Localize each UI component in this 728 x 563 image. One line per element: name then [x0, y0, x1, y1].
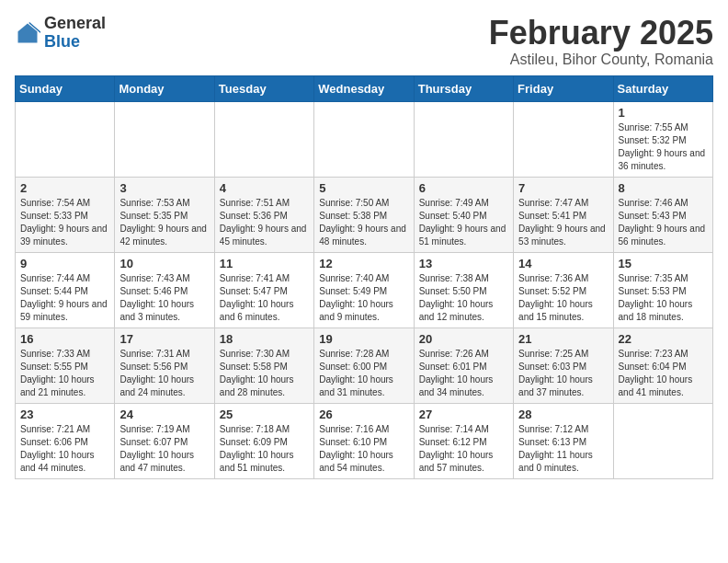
- calendar-table: SundayMondayTuesdayWednesdayThursdayFrid…: [15, 75, 713, 479]
- day-info: Sunrise: 7:21 AM Sunset: 6:06 PM Dayligh…: [20, 423, 109, 475]
- calendar-cell: 13Sunrise: 7:38 AM Sunset: 5:50 PM Dayli…: [414, 252, 513, 327]
- calendar-week-row: 16Sunrise: 7:33 AM Sunset: 5:55 PM Dayli…: [16, 327, 713, 403]
- day-info: Sunrise: 7:50 AM Sunset: 5:38 PM Dayligh…: [319, 197, 408, 248]
- calendar-cell: 18Sunrise: 7:30 AM Sunset: 5:58 PM Dayli…: [214, 327, 313, 403]
- calendar-cell: 25Sunrise: 7:18 AM Sunset: 6:09 PM Dayli…: [214, 403, 313, 478]
- day-info: Sunrise: 7:55 AM Sunset: 5:32 PM Dayligh…: [619, 121, 708, 173]
- calendar-cell: 1Sunrise: 7:55 AM Sunset: 5:32 PM Daylig…: [613, 101, 712, 177]
- day-info: Sunrise: 7:44 AM Sunset: 5:44 PM Dayligh…: [20, 272, 109, 324]
- calendar-cell: 4Sunrise: 7:51 AM Sunset: 5:36 PM Daylig…: [214, 177, 313, 252]
- day-number: 27: [419, 408, 508, 421]
- weekday-header-cell: Sunday: [16, 75, 115, 101]
- day-number: 21: [518, 332, 608, 346]
- day-number: 5: [319, 181, 408, 195]
- day-info: Sunrise: 7:31 AM Sunset: 5:56 PM Dayligh…: [119, 348, 209, 399]
- day-info: Sunrise: 7:14 AM Sunset: 6:12 PM Dayligh…: [419, 423, 508, 475]
- day-info: Sunrise: 7:26 AM Sunset: 6:01 PM Dayligh…: [419, 348, 508, 399]
- calendar-cell: 14Sunrise: 7:36 AM Sunset: 5:52 PM Dayli…: [514, 252, 613, 327]
- calendar-body: 1Sunrise: 7:55 AM Sunset: 5:32 PM Daylig…: [16, 101, 713, 478]
- weekday-header-row: SundayMondayTuesdayWednesdayThursdayFrid…: [16, 75, 713, 101]
- calendar-cell: 6Sunrise: 7:49 AM Sunset: 5:40 PM Daylig…: [414, 177, 513, 252]
- day-number: 20: [419, 332, 508, 346]
- calendar-week-row: 2Sunrise: 7:54 AM Sunset: 5:33 PM Daylig…: [16, 177, 713, 252]
- location-title: Astileu, Bihor County, Romania: [489, 52, 713, 68]
- calendar-cell: 11Sunrise: 7:41 AM Sunset: 5:47 PM Dayli…: [214, 252, 313, 327]
- calendar-cell: [115, 101, 214, 177]
- day-number: 17: [119, 332, 209, 346]
- calendar-cell: 24Sunrise: 7:19 AM Sunset: 6:07 PM Dayli…: [115, 403, 214, 478]
- day-info: Sunrise: 7:40 AM Sunset: 5:49 PM Dayligh…: [319, 272, 408, 324]
- day-info: Sunrise: 7:43 AM Sunset: 5:46 PM Dayligh…: [119, 272, 209, 324]
- day-number: 19: [319, 332, 408, 346]
- day-number: 10: [119, 257, 209, 270]
- logo-icon: [15, 20, 40, 46]
- calendar-cell: [214, 101, 313, 177]
- calendar-week-row: 9Sunrise: 7:44 AM Sunset: 5:44 PM Daylig…: [16, 252, 713, 327]
- weekday-header-cell: Friday: [514, 75, 613, 101]
- calendar-cell: 9Sunrise: 7:44 AM Sunset: 5:44 PM Daylig…: [16, 252, 115, 327]
- day-number: 13: [419, 257, 508, 270]
- weekday-header-cell: Monday: [115, 75, 214, 101]
- day-number: 1: [619, 106, 708, 120]
- calendar-cell: [16, 101, 115, 177]
- day-number: 18: [220, 332, 309, 346]
- logo: General Blue: [15, 15, 106, 52]
- day-number: 14: [518, 257, 608, 270]
- day-info: Sunrise: 7:19 AM Sunset: 6:07 PM Dayligh…: [119, 423, 209, 475]
- day-number: 2: [20, 181, 109, 195]
- calendar-cell: [514, 101, 613, 177]
- day-info: Sunrise: 7:54 AM Sunset: 5:33 PM Dayligh…: [20, 197, 109, 248]
- calendar-week-row: 1Sunrise: 7:55 AM Sunset: 5:32 PM Daylig…: [16, 101, 713, 177]
- calendar-cell: 20Sunrise: 7:26 AM Sunset: 6:01 PM Dayli…: [414, 327, 513, 403]
- weekday-header-cell: Tuesday: [214, 75, 313, 101]
- day-number: 3: [119, 181, 209, 195]
- day-number: 11: [220, 257, 309, 270]
- day-info: Sunrise: 7:18 AM Sunset: 6:09 PM Dayligh…: [220, 423, 309, 475]
- calendar-cell: 2Sunrise: 7:54 AM Sunset: 5:33 PM Daylig…: [16, 177, 115, 252]
- weekday-header-cell: Wednesday: [314, 75, 414, 101]
- calendar-cell: 5Sunrise: 7:50 AM Sunset: 5:38 PM Daylig…: [314, 177, 414, 252]
- day-info: Sunrise: 7:46 AM Sunset: 5:43 PM Dayligh…: [619, 197, 708, 248]
- day-info: Sunrise: 7:38 AM Sunset: 5:50 PM Dayligh…: [419, 272, 508, 324]
- day-number: 7: [518, 181, 608, 195]
- day-info: Sunrise: 7:49 AM Sunset: 5:40 PM Dayligh…: [419, 197, 508, 248]
- day-info: Sunrise: 7:35 AM Sunset: 5:53 PM Dayligh…: [619, 272, 708, 324]
- calendar-cell: 3Sunrise: 7:53 AM Sunset: 5:35 PM Daylig…: [115, 177, 214, 252]
- weekday-header-cell: Saturday: [613, 75, 712, 101]
- day-info: Sunrise: 7:53 AM Sunset: 5:35 PM Dayligh…: [119, 197, 209, 248]
- day-info: Sunrise: 7:51 AM Sunset: 5:36 PM Dayligh…: [220, 197, 309, 248]
- calendar-cell: 22Sunrise: 7:23 AM Sunset: 6:04 PM Dayli…: [613, 327, 712, 403]
- day-info: Sunrise: 7:16 AM Sunset: 6:10 PM Dayligh…: [319, 423, 408, 475]
- logo-text: General Blue: [44, 15, 106, 52]
- day-info: Sunrise: 7:41 AM Sunset: 5:47 PM Dayligh…: [220, 272, 309, 324]
- calendar-cell: [414, 101, 513, 177]
- day-number: 12: [319, 257, 408, 270]
- day-number: 15: [619, 257, 708, 270]
- day-info: Sunrise: 7:33 AM Sunset: 5:55 PM Dayligh…: [20, 348, 109, 399]
- calendar-cell: [314, 101, 414, 177]
- day-info: Sunrise: 7:28 AM Sunset: 6:00 PM Dayligh…: [319, 348, 408, 399]
- day-number: 8: [619, 181, 708, 195]
- calendar-cell: 8Sunrise: 7:46 AM Sunset: 5:43 PM Daylig…: [613, 177, 712, 252]
- calendar-cell: 21Sunrise: 7:25 AM Sunset: 6:03 PM Dayli…: [514, 327, 613, 403]
- calendar-cell: [613, 403, 712, 478]
- day-number: 23: [20, 408, 109, 421]
- header: General Blue February 2025 Astileu, Biho…: [15, 15, 713, 68]
- day-info: Sunrise: 7:23 AM Sunset: 6:04 PM Dayligh…: [619, 348, 708, 399]
- calendar-week-row: 23Sunrise: 7:21 AM Sunset: 6:06 PM Dayli…: [16, 403, 713, 478]
- calendar-cell: 16Sunrise: 7:33 AM Sunset: 5:55 PM Dayli…: [16, 327, 115, 403]
- day-number: 4: [220, 181, 309, 195]
- calendar-cell: 12Sunrise: 7:40 AM Sunset: 5:49 PM Dayli…: [314, 252, 414, 327]
- calendar-cell: 10Sunrise: 7:43 AM Sunset: 5:46 PM Dayli…: [115, 252, 214, 327]
- weekday-header-cell: Thursday: [414, 75, 513, 101]
- calendar-cell: 26Sunrise: 7:16 AM Sunset: 6:10 PM Dayli…: [314, 403, 414, 478]
- month-title: February 2025: [489, 15, 713, 52]
- day-info: Sunrise: 7:25 AM Sunset: 6:03 PM Dayligh…: [518, 348, 608, 399]
- calendar-cell: 7Sunrise: 7:47 AM Sunset: 5:41 PM Daylig…: [514, 177, 613, 252]
- day-number: 24: [119, 408, 209, 421]
- day-number: 16: [20, 332, 109, 346]
- day-number: 9: [20, 257, 109, 270]
- day-number: 6: [419, 181, 508, 195]
- day-number: 26: [319, 408, 408, 421]
- calendar-cell: 23Sunrise: 7:21 AM Sunset: 6:06 PM Dayli…: [16, 403, 115, 478]
